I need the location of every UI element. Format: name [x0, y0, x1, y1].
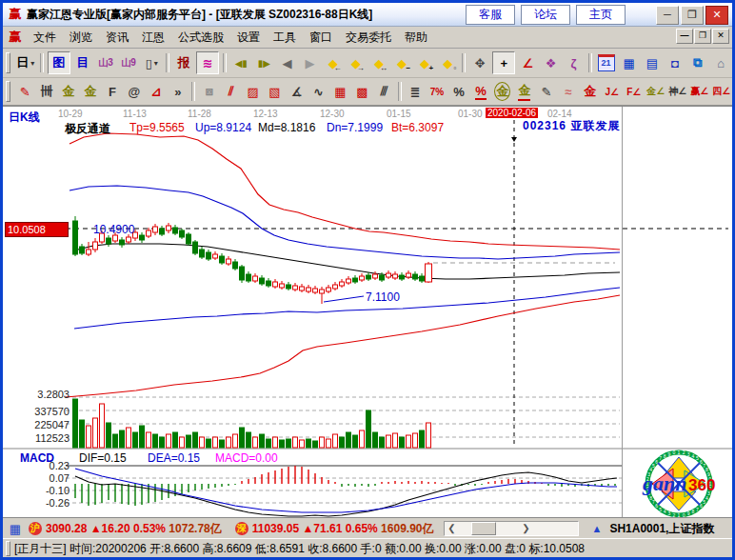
index-scrollbar[interactable]: ❮ ❯	[444, 521, 579, 536]
calendar-icon[interactable]: ▦	[7, 518, 24, 539]
scroll-thumb[interactable]	[471, 522, 496, 535]
wave-zigzag-icon[interactable]: ∿	[308, 81, 328, 102]
angle-fan-icon[interactable]: ∡	[287, 81, 307, 102]
stat-bars-icon[interactable]: ≣	[406, 81, 426, 102]
more-tools-icon[interactable]: »	[168, 81, 188, 102]
menu-item-窗口[interactable]: 窗口	[303, 28, 339, 48]
chart-3min-icon[interactable]: 山3	[95, 52, 116, 73]
percent-icon[interactable]: %	[449, 81, 469, 102]
gold-line-icon[interactable]: 金	[514, 81, 534, 102]
menu-item-浏览[interactable]: 浏览	[63, 28, 99, 48]
price-grid-icon[interactable]: ▦	[330, 81, 350, 102]
chart-area[interactable]: 日K线 10-2911-1311-2812-1312-3001-1501-30 …	[3, 106, 732, 518]
toolbar-grip[interactable]	[6, 81, 10, 102]
svg-text:4: 4	[692, 453, 695, 459]
svg-text:8: 8	[692, 509, 695, 514]
restore-button[interactable]: ❐	[681, 6, 704, 25]
indicator-md: Md=8.1816	[258, 121, 315, 134]
gold-grid-sq-icon[interactable]: 金	[59, 81, 79, 102]
brush2-icon[interactable]: ✎	[536, 81, 556, 102]
menu-item-江恩[interactable]: 江恩	[135, 28, 171, 48]
save-icon[interactable]: ◘	[665, 52, 685, 73]
grid-tool-icon[interactable]: 卌	[37, 81, 57, 102]
wave-brain-icon[interactable]: ζ	[564, 52, 585, 73]
close-button[interactable]: ✕	[705, 6, 728, 25]
gann-fan-icon[interactable]: ⫽	[221, 81, 241, 102]
parallel-lines-icon[interactable]: ⫻	[374, 81, 394, 102]
sz-index-amount: 1609.90亿	[381, 521, 433, 537]
minimize-button[interactable]: ─	[656, 6, 679, 25]
menu-item-文件[interactable]: 文件	[27, 28, 63, 48]
remote-pc-icon[interactable]: ⌂	[710, 52, 731, 73]
menu-item-资讯[interactable]: 资讯	[99, 28, 135, 48]
gold-grid-arc-icon[interactable]: 金	[81, 81, 101, 102]
period-panel-label[interactable]: 日K线	[9, 110, 40, 126]
fib-grid-icon[interactable]: F	[103, 81, 123, 102]
crosshair-icon[interactable]: +	[492, 51, 515, 74]
percent-line-icon[interactable]: %	[471, 81, 491, 102]
kline-period-icon[interactable]: 日	[15, 52, 36, 73]
menu-item-工具[interactable]: 工具	[267, 28, 303, 48]
menu-item-设置[interactable]: 设置	[230, 28, 267, 48]
next-page-icon[interactable]: ▶	[300, 52, 321, 73]
notebook-icon[interactable]: ▤	[642, 52, 663, 73]
angle-shen-icon[interactable]: 神∠	[667, 81, 687, 102]
service-button-2[interactable]: 主页	[576, 5, 626, 25]
report-icon[interactable]: 报	[173, 52, 194, 73]
angle-J-icon[interactable]: J∠	[602, 81, 622, 102]
angle-gold-icon[interactable]: 金∠	[646, 81, 665, 102]
angle-tool-icon[interactable]: ∠	[517, 52, 538, 73]
candle-style-icon[interactable]: ▯	[141, 52, 162, 73]
gold-circle-icon[interactable]: 金	[492, 81, 512, 102]
price-grid2-icon[interactable]: ▩	[352, 81, 372, 102]
zoom-out-icon[interactable]: ◆−	[391, 52, 412, 73]
date-label: 12-30	[320, 109, 345, 119]
service-button-0[interactable]: 客服	[466, 5, 515, 25]
menu-item-交易委托[interactable]: 交易委托	[339, 28, 398, 48]
mdi-close-button[interactable]: ✕	[712, 29, 729, 44]
zoom-hfit-icon[interactable]: ◆↔	[368, 52, 389, 73]
svg-text:9: 9	[687, 510, 690, 516]
angle-four-icon[interactable]: 四∠	[711, 81, 731, 102]
zoom-in-icon[interactable]: ◆+	[414, 52, 435, 73]
calculator-icon[interactable]: ▦	[619, 52, 640, 73]
scroll-left-arrow[interactable]: ❮	[445, 523, 460, 534]
ruler-tool-icon[interactable]: ⊿	[146, 81, 166, 102]
colored-kline-icon[interactable]: ≋	[196, 51, 219, 74]
wave2-icon[interactable]: ≈	[558, 81, 578, 102]
zoom-right-icon[interactable]: ◆→	[346, 52, 367, 73]
toolbar-grip[interactable]	[6, 52, 10, 73]
chart-9min-icon[interactable]: 山9	[118, 52, 139, 73]
hand-tool-icon[interactable]: ✥	[469, 52, 490, 73]
first-page-icon[interactable]: ◀▮	[230, 52, 251, 73]
spiral-tool-icon[interactable]: @	[124, 81, 144, 102]
menu-item-帮助[interactable]: 帮助	[398, 28, 434, 48]
gold-red-icon[interactable]: 金	[580, 81, 600, 102]
mdi-restore-button[interactable]: ❐	[694, 29, 711, 44]
angle-win-icon[interactable]: 赢∠	[689, 81, 709, 102]
zoom-fit-icon[interactable]: ◆▫	[437, 52, 458, 73]
percent-7-icon[interactable]: 7%	[427, 81, 447, 102]
draw-brush-icon[interactable]: ✎	[15, 81, 35, 102]
gann-box2-icon[interactable]: ▧	[265, 81, 285, 102]
prev-page-icon[interactable]: ◀	[276, 52, 297, 73]
menu-item-公式选股[interactable]: 公式选股	[171, 28, 230, 48]
svg-text:0: 0	[672, 450, 675, 455]
info-board-icon[interactable]: 目	[72, 52, 93, 73]
scroll-right-arrow[interactable]: ❯	[519, 523, 534, 534]
mdi-minimize-button[interactable]: —	[676, 29, 693, 44]
gann-box-icon[interactable]: ▨	[243, 81, 263, 102]
last-page-icon[interactable]: ▮▶	[253, 52, 274, 73]
gann-tools-icon[interactable]: ❖	[540, 52, 561, 73]
feed-label[interactable]: SH1A0001,上证指数	[609, 521, 714, 537]
service-button-1[interactable]: 论坛	[521, 5, 570, 25]
toolbar-row1: 日图目山3山9▯报≋◀▮▮▶◀▶◆←◆→◆↔◆−◆+◆▫✥+∠❖ζ21▦▤◘⧉⌂	[3, 49, 732, 78]
calendar-icon[interactable]: 21	[596, 52, 617, 73]
gann-overlay-icon[interactable]: 图	[48, 51, 70, 74]
status-text: [正月十三] 时间:20200206 开:8.6600 高:8.6609 低:8…	[14, 541, 585, 557]
menu-logo-icon: 赢	[8, 30, 23, 45]
box-tool-icon[interactable]: ⧈	[199, 81, 219, 102]
angle-F-icon[interactable]: F∠	[624, 81, 644, 102]
zoom-left-icon[interactable]: ◆←	[323, 52, 344, 73]
net-transfer-icon[interactable]: ⧉	[687, 52, 708, 73]
